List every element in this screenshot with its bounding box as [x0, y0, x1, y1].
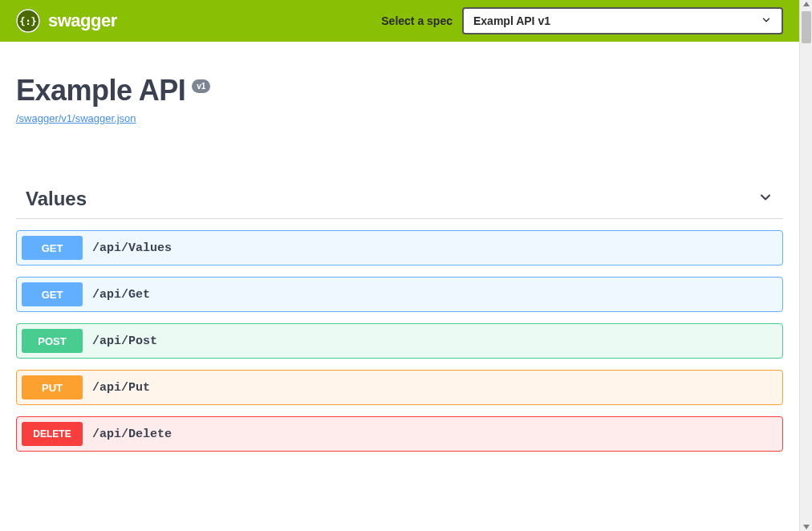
api-title: Example API [16, 74, 185, 107]
method-badge-put: PUT [22, 375, 83, 399]
operation-path: /api/Values [92, 241, 172, 255]
tag-header[interactable]: Values [16, 181, 783, 219]
operation-path: /api/Delete [92, 428, 172, 441]
brand-text: swagger [48, 10, 117, 31]
vertical-scrollbar[interactable] [799, 0, 812, 531]
chevron-down-icon [757, 189, 773, 209]
operation-row[interactable]: PUT /api/Put [16, 370, 783, 405]
operations-list: GET /api/Values GET /api/Get POST /api/P… [16, 230, 783, 452]
method-badge-post: POST [22, 329, 83, 353]
operation-path: /api/Post [92, 334, 157, 348]
spec-json-link[interactable]: /swagger/v1/swagger.json [16, 112, 136, 124]
spec-label: Select a spec [381, 14, 453, 27]
topbar-brand[interactable]: {:} swagger [16, 9, 117, 33]
operation-row[interactable]: GET /api/Values [16, 230, 783, 266]
spec-select-dropdown[interactable]: Exampl API v1 [462, 7, 783, 34]
operation-row[interactable]: POST /api/Post [16, 323, 783, 359]
method-badge-get: GET [22, 236, 83, 260]
api-title-row: Example API v1 [16, 74, 783, 107]
svg-text:{:}: {:} [19, 16, 37, 27]
scroll-up-arrow-icon[interactable] [803, 2, 810, 6]
tag-section: Values GET /api/Values GET /api/Get POST… [16, 181, 783, 452]
tag-name: Values [26, 188, 87, 210]
version-badge: v1 [192, 79, 210, 93]
operation-row[interactable]: DELETE /api/Delete [16, 416, 783, 452]
scroll-down-arrow-icon[interactable] [803, 525, 810, 529]
spec-selected-value: Exampl API v1 [473, 14, 550, 27]
method-badge-delete: DELETE [22, 422, 83, 446]
scrollbar-thumb[interactable] [802, 11, 811, 43]
operation-path: /api/Get [92, 288, 150, 302]
method-badge-get: GET [22, 282, 83, 306]
swagger-logo-icon: {:} [16, 9, 40, 33]
chevron-down-icon [761, 14, 772, 28]
operation-row[interactable]: GET /api/Get [16, 277, 783, 312]
operation-path: /api/Put [92, 381, 150, 395]
main-content: Example API v1 /swagger/v1/swagger.json … [0, 42, 799, 479]
topbar: {:} swagger Select a spec Exampl API v1 [0, 0, 799, 42]
spec-selector-group: Select a spec Exampl API v1 [381, 7, 783, 34]
